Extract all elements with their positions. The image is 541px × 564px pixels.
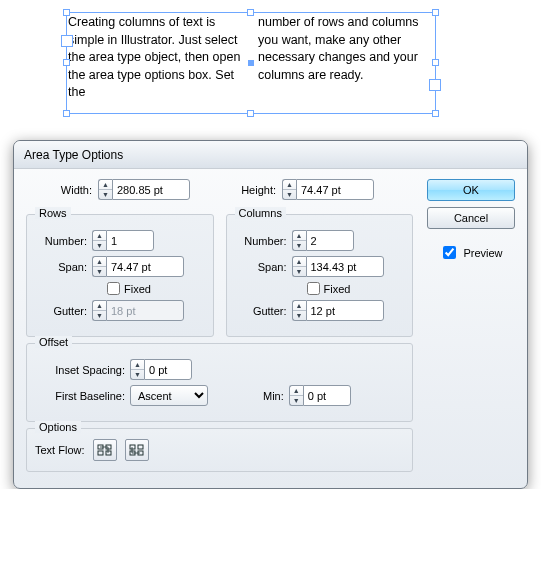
- text-in-port-icon[interactable]: [61, 35, 73, 47]
- svg-rect-5: [138, 445, 143, 449]
- selection-handle[interactable]: [63, 9, 70, 16]
- rows-fixed-label: Fixed: [124, 283, 151, 295]
- selection-handle[interactable]: [432, 59, 439, 66]
- selection-handle[interactable]: [63, 59, 70, 66]
- columns-span-stepper[interactable]: ▲▼: [292, 256, 306, 277]
- width-label: Width:: [42, 184, 92, 196]
- flow-rows-first-icon: [97, 443, 113, 457]
- rows-number-stepper[interactable]: ▲▼: [92, 230, 106, 251]
- text-flow-label: Text Flow:: [35, 444, 85, 456]
- area-type-options-dialog: Area Type Options Width: ▲▼ Height: ▲▼ R…: [13, 140, 528, 489]
- first-baseline-select[interactable]: Ascent: [130, 385, 208, 406]
- columns-span-label: Span:: [235, 261, 287, 273]
- rows-span-input[interactable]: [106, 256, 184, 277]
- svg-rect-2: [98, 451, 103, 455]
- options-legend: Options: [35, 421, 81, 433]
- columns-number-stepper[interactable]: ▲▼: [292, 230, 306, 251]
- text-flow-horizontal-button[interactable]: [93, 439, 117, 461]
- rows-number-input[interactable]: [106, 230, 154, 251]
- columns-span-input[interactable]: [306, 256, 384, 277]
- height-input[interactable]: [296, 179, 374, 200]
- width-input[interactable]: [112, 179, 190, 200]
- min-stepper[interactable]: ▲▼: [289, 385, 303, 406]
- columns-group: Columns Number: ▲▼ Span: ▲▼: [226, 214, 414, 337]
- rows-gutter-stepper[interactable]: ▲▼: [92, 300, 106, 321]
- inset-spacing-stepper[interactable]: ▲▼: [130, 359, 144, 380]
- area-type-frame[interactable]: Creating columns of text is simple in Il…: [66, 12, 436, 114]
- rows-gutter-label: Gutter:: [35, 305, 87, 317]
- selection-handle[interactable]: [247, 110, 254, 117]
- height-label: Height:: [226, 184, 276, 196]
- offset-legend: Offset: [35, 336, 72, 348]
- text-out-port-icon[interactable]: [429, 79, 441, 91]
- rows-legend: Rows: [35, 207, 71, 219]
- ok-button[interactable]: OK: [427, 179, 515, 201]
- text-column-2: number of rows and columns you want, mak…: [258, 14, 434, 112]
- text-flow-vertical-button[interactable]: [125, 439, 149, 461]
- columns-gutter-stepper[interactable]: ▲▼: [292, 300, 306, 321]
- height-stepper[interactable]: ▲▼: [282, 179, 296, 200]
- columns-number-label: Number:: [235, 235, 287, 247]
- cancel-button[interactable]: Cancel: [427, 207, 515, 229]
- offset-group: Offset Inset Spacing: ▲▼ First Baseline:…: [26, 343, 413, 422]
- rows-group: Rows Number: ▲▼ Span: ▲▼: [26, 214, 214, 337]
- svg-rect-4: [130, 445, 135, 449]
- selection-handle[interactable]: [247, 9, 254, 16]
- preview-label: Preview: [463, 247, 502, 259]
- rows-span-stepper[interactable]: ▲▼: [92, 256, 106, 277]
- rows-fixed-checkbox[interactable]: [107, 282, 120, 295]
- columns-gutter-input[interactable]: [306, 300, 384, 321]
- columns-fixed-checkbox[interactable]: [307, 282, 320, 295]
- text-column-1: Creating columns of text is simple in Il…: [68, 14, 244, 112]
- min-label: Min:: [263, 390, 284, 402]
- dialog-title: Area Type Options: [14, 141, 527, 169]
- min-input[interactable]: [303, 385, 351, 406]
- inset-spacing-label: Inset Spacing:: [35, 364, 125, 376]
- center-point-icon: [248, 60, 254, 66]
- inset-spacing-input[interactable]: [144, 359, 192, 380]
- svg-rect-3: [106, 451, 111, 455]
- options-group: Options Text Flow:: [26, 428, 413, 472]
- rows-number-label: Number:: [35, 235, 87, 247]
- rows-span-label: Span:: [35, 261, 87, 273]
- width-stepper[interactable]: ▲▼: [98, 179, 112, 200]
- flow-columns-first-icon: [129, 443, 145, 457]
- columns-number-input[interactable]: [306, 230, 354, 251]
- columns-gutter-label: Gutter:: [235, 305, 287, 317]
- illustrator-canvas: Creating columns of text is simple in Il…: [0, 0, 541, 140]
- first-baseline-label: First Baseline:: [35, 390, 125, 402]
- preview-checkbox[interactable]: [443, 246, 456, 259]
- selection-handle[interactable]: [432, 9, 439, 16]
- selection-handle[interactable]: [63, 110, 70, 117]
- columns-legend: Columns: [235, 207, 286, 219]
- selection-handle[interactable]: [432, 110, 439, 117]
- rows-gutter-input: [106, 300, 184, 321]
- columns-fixed-label: Fixed: [324, 283, 351, 295]
